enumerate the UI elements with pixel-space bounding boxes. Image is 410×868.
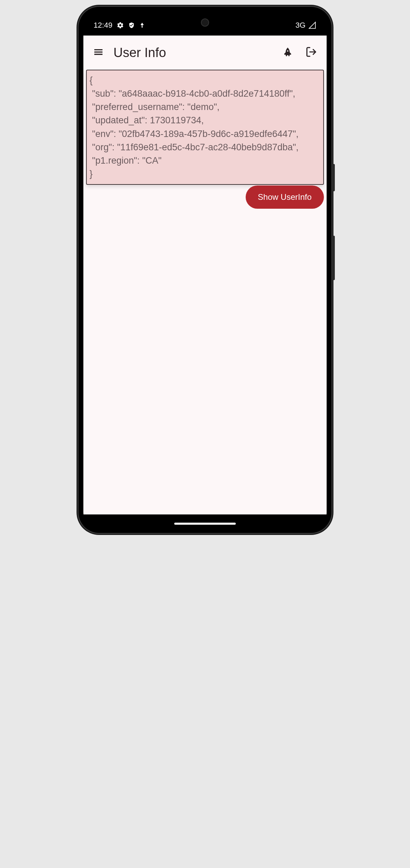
status-bar-left: 12:49 xyxy=(94,21,145,30)
page-title: User Info xyxy=(113,45,273,60)
network-type-label: 3G xyxy=(296,21,305,30)
userinfo-json-box: { "sub": "a648aaac-b918-4cb0-a0df-8d2e71… xyxy=(86,70,324,185)
app-bar: User Info xyxy=(83,36,327,70)
device-screen: 12:49 3G xyxy=(83,12,327,528)
button-row: Show UserInfo xyxy=(86,185,324,210)
rocket-icon xyxy=(282,53,293,58)
device-side-button xyxy=(333,236,335,280)
hamburger-icon xyxy=(93,53,104,58)
show-userinfo-button[interactable]: Show UserInfo xyxy=(246,185,324,209)
navigation-bar-handle[interactable] xyxy=(174,523,236,525)
shield-icon xyxy=(128,22,135,29)
status-time: 12:49 xyxy=(94,21,112,30)
userinfo-json-text: { "sub": "a648aaac-b918-4cb0-a0df-8d2e71… xyxy=(90,74,320,181)
device-frame: 12:49 3G xyxy=(79,7,331,533)
camera-notch xyxy=(201,18,209,27)
app-content: User Info { "sub": "a648aaac-b918-4cb0-a… xyxy=(83,36,327,514)
logout-button[interactable] xyxy=(303,43,320,62)
device-side-button xyxy=(333,164,335,191)
rocket-button[interactable] xyxy=(279,44,296,61)
signal-icon xyxy=(308,22,316,29)
menu-button[interactable] xyxy=(90,44,107,61)
content-area: { "sub": "a648aaac-b918-4cb0-a0df-8d2e71… xyxy=(83,70,327,514)
location-icon xyxy=(139,22,145,29)
status-bar-right: 3G xyxy=(296,21,316,30)
logout-icon xyxy=(305,53,317,59)
gear-icon xyxy=(117,22,124,29)
